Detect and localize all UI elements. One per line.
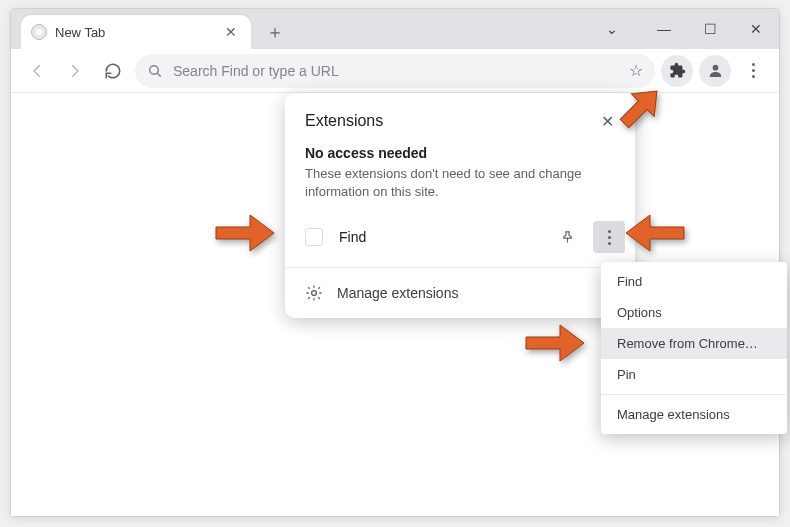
toolbar: Search Find or type a URL ☆ xyxy=(11,49,779,93)
context-menu-item-options[interactable]: Options xyxy=(601,297,787,328)
no-access-section-title: No access needed xyxy=(305,145,615,161)
tab-favicon-icon xyxy=(31,24,47,40)
reload-button[interactable] xyxy=(97,55,129,87)
omnibox[interactable]: Search Find or type a URL ☆ xyxy=(135,54,655,88)
bookmark-star-icon[interactable]: ☆ xyxy=(629,61,643,80)
browser-window: risk.com New Tab ✕ ＋ ⌄ — ☐ ✕ xyxy=(10,8,780,517)
divider xyxy=(285,267,635,268)
window-minimize-button[interactable]: — xyxy=(641,13,687,45)
back-button[interactable] xyxy=(21,55,53,87)
three-dots-vertical-icon xyxy=(608,230,611,245)
divider xyxy=(601,394,787,395)
no-access-section-desc: These extensions don't need to see and c… xyxy=(305,165,615,201)
extension-context-menu: Find Options Remove from Chrome… Pin Man… xyxy=(601,262,787,434)
extensions-popup: Extensions ✕ No access needed These exte… xyxy=(285,93,635,318)
browser-tab[interactable]: New Tab ✕ xyxy=(21,15,251,49)
three-dots-vertical-icon xyxy=(752,63,755,78)
context-menu-item-manage[interactable]: Manage extensions xyxy=(601,399,787,430)
window-controls: ⌄ — ☐ ✕ xyxy=(589,9,779,49)
browser-menu-button[interactable] xyxy=(737,55,769,87)
profile-button[interactable] xyxy=(699,55,731,87)
context-menu-item-pin[interactable]: Pin xyxy=(601,359,787,390)
extensions-popup-title: Extensions xyxy=(305,112,383,130)
tab-title: New Tab xyxy=(55,25,213,40)
forward-button[interactable] xyxy=(59,55,91,87)
window-maximize-button[interactable]: ☐ xyxy=(687,13,733,45)
manage-extensions-label: Manage extensions xyxy=(337,285,458,301)
gear-icon xyxy=(305,284,323,302)
tab-close-button[interactable]: ✕ xyxy=(221,22,241,42)
extensions-popup-close-button[interactable]: ✕ xyxy=(593,107,621,135)
extension-item-name: Find xyxy=(339,229,541,245)
extension-item-menu-button[interactable] xyxy=(593,221,625,253)
window-close-button[interactable]: ✕ xyxy=(733,13,779,45)
context-menu-item-find[interactable]: Find xyxy=(601,266,787,297)
new-tab-button[interactable]: ＋ xyxy=(261,18,289,46)
omnibox-placeholder: Search Find or type a URL xyxy=(173,63,619,79)
pin-extension-button[interactable] xyxy=(551,221,583,253)
extension-item[interactable]: Find xyxy=(285,211,635,263)
manage-extensions-button[interactable]: Manage extensions xyxy=(285,272,635,318)
titlebar: New Tab ✕ ＋ ⌄ — ☐ ✕ xyxy=(11,9,779,49)
search-icon xyxy=(147,63,163,79)
svg-point-1 xyxy=(712,65,718,71)
context-menu-item-remove[interactable]: Remove from Chrome… xyxy=(601,328,787,359)
svg-point-2 xyxy=(312,291,317,296)
chevron-down-icon[interactable]: ⌄ xyxy=(589,13,635,45)
extension-favicon-icon xyxy=(305,228,323,246)
extensions-button[interactable] xyxy=(661,55,693,87)
